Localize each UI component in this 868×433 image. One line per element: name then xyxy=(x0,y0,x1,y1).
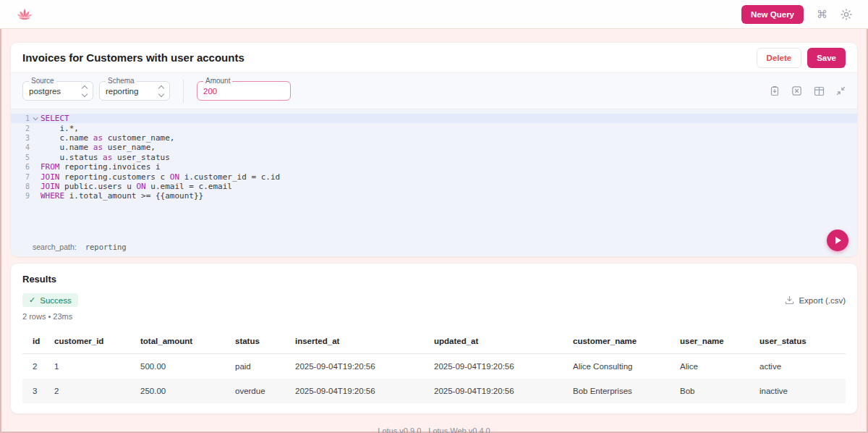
table-header-row: idcustomer_idtotal_amountstatusinserted_… xyxy=(22,331,846,354)
code-line[interactable]: 5 u.status as user_status xyxy=(11,153,857,162)
amount-input[interactable]: Amount 200 xyxy=(197,81,291,101)
column-header: user_name xyxy=(677,331,757,354)
code-lines: 1SELECT2 i.*,3 c.name as customer_name,4… xyxy=(11,109,857,201)
chevron-updown-icon xyxy=(159,85,163,98)
table-cell: overdue xyxy=(232,379,292,403)
column-header: updated_at xyxy=(431,331,570,354)
fold-caret-icon[interactable] xyxy=(30,117,41,120)
query-card: Invoices for Customers with user account… xyxy=(10,42,858,257)
column-header: user_status xyxy=(757,331,846,354)
column-header: id xyxy=(22,331,51,354)
table-cell: Bob xyxy=(677,379,757,403)
code-text: FROM reporting.invoices i xyxy=(41,162,161,172)
sql-editor[interactable]: 1SELECT2 i.*,3 c.name as customer_name,4… xyxy=(11,109,857,256)
line-number: 5 xyxy=(11,154,30,161)
line-number: 9 xyxy=(11,192,30,200)
table-cell: 500.00 xyxy=(137,354,232,379)
amount-label: Amount xyxy=(203,77,232,85)
line-number: 3 xyxy=(11,134,30,142)
code-line[interactable]: 9WHERE i.total_amount >= {{amount}} xyxy=(11,191,857,201)
code-text: WHERE i.total_amount >= {{amount}} xyxy=(41,191,203,201)
code-text: JOIN public.users u ON u.email = c.email xyxy=(41,182,232,191)
search-path-value: reporting xyxy=(85,243,127,251)
schema-select[interactable]: Schema reporting xyxy=(99,81,170,101)
code-line[interactable]: 1SELECT xyxy=(11,114,857,123)
table-cell: inactive xyxy=(757,379,846,403)
table-cell: 2025-09-04T19:20:56 xyxy=(431,354,570,379)
export-csv-button[interactable]: Export (.csv) xyxy=(785,295,846,305)
check-icon: ✓ xyxy=(29,295,35,305)
search-path-label: search_path: xyxy=(33,243,77,251)
source-label: Source xyxy=(29,77,56,85)
column-header: inserted_at xyxy=(292,331,431,354)
status-badge: ✓ Success xyxy=(22,293,78,307)
column-header: customer_name xyxy=(570,331,677,354)
run-query-button[interactable] xyxy=(827,230,848,251)
code-text: u.name as user_name, xyxy=(41,143,156,152)
column-header: total_amount xyxy=(137,331,232,354)
table-cell: 2025-09-04T19:20:56 xyxy=(292,354,431,379)
table-row[interactable]: 32250.00overdue2025-09-04T19:20:562025-0… xyxy=(22,379,846,403)
amount-value: 200 xyxy=(203,87,217,96)
keyboard-shortcuts-icon[interactable]: ⌘ xyxy=(817,9,827,20)
line-number: 6 xyxy=(11,163,30,171)
table-cell: Alice Consulting xyxy=(570,354,677,379)
query-toolbar: Source postgres Schema reporting Amount … xyxy=(11,73,857,109)
line-number: 7 xyxy=(11,173,30,181)
code-text: c.name as customer_name, xyxy=(41,133,174,143)
new-query-button[interactable]: New Query xyxy=(741,5,804,24)
code-text: SELECT xyxy=(41,114,69,123)
code-line[interactable]: 4 u.name as user_name, xyxy=(11,143,857,152)
table-cell: Alice xyxy=(677,354,757,379)
table-cell: 1 xyxy=(51,354,137,379)
source-value: postgres xyxy=(29,87,61,96)
results-table: idcustomer_idtotal_amountstatusinserted_… xyxy=(22,331,846,403)
table-row[interactable]: 21500.00paid2025-09-04T19:20:562025-09-0… xyxy=(22,354,846,379)
topbar: New Query ⌘ xyxy=(0,0,868,29)
search-path-row: search_path: reporting xyxy=(11,237,857,256)
results-meta: 2 rows • 23ms xyxy=(22,312,846,321)
query-title-row: Invoices for Customers with user account… xyxy=(11,43,857,73)
theme-toggle-sun-icon[interactable] xyxy=(841,9,852,20)
table-cell: 3 xyxy=(22,379,51,403)
table-cell: 2025-09-04T19:20:56 xyxy=(292,379,431,403)
table-cell: active xyxy=(757,354,846,379)
chevron-updown-icon xyxy=(82,85,87,98)
column-header: status xyxy=(232,331,292,354)
schema-value: reporting xyxy=(106,87,138,96)
results-heading: Results xyxy=(22,274,846,285)
line-number: 2 xyxy=(11,125,30,133)
code-line[interactable]: 6FROM reporting.invoices i xyxy=(11,162,857,172)
code-text: u.status as user_status xyxy=(41,153,170,162)
lotus-logo-icon[interactable] xyxy=(16,7,33,22)
code-text: i.*, xyxy=(41,124,79,133)
table-cell: 2 xyxy=(51,379,137,403)
web-version: Lotus.Web v0.4.0 xyxy=(428,426,490,433)
status-badge-label: Success xyxy=(40,296,71,305)
delete-button[interactable]: Delete xyxy=(757,48,802,68)
toolbar-divider xyxy=(183,80,184,103)
copy-icon[interactable] xyxy=(770,85,780,96)
save-button[interactable]: Save xyxy=(807,48,846,68)
table-icon[interactable] xyxy=(814,86,825,96)
source-select[interactable]: Source postgres xyxy=(22,81,93,101)
main-content: Invoices for Customers with user account… xyxy=(10,42,858,414)
variables-icon[interactable] xyxy=(791,85,802,96)
app-version: Lotus v0.9.0 xyxy=(378,426,421,433)
page-title: Invoices for Customers with user account… xyxy=(22,51,244,64)
code-line[interactable]: 3 c.name as customer_name, xyxy=(11,133,857,143)
table-cell: paid xyxy=(232,354,292,379)
schema-label: Schema xyxy=(106,77,137,85)
line-number: 4 xyxy=(11,143,30,151)
table-cell: 2025-09-04T19:20:56 xyxy=(431,379,570,403)
table-cell: 250.00 xyxy=(137,379,232,403)
download-icon xyxy=(785,295,794,305)
export-csv-label: Export (.csv) xyxy=(799,296,846,305)
code-line[interactable]: 2 i.*, xyxy=(11,123,857,133)
collapse-icon[interactable] xyxy=(836,86,846,96)
code-line[interactable]: 8JOIN public.users u ON u.email = c.emai… xyxy=(11,182,857,191)
table-cell: Bob Enterprises xyxy=(570,379,677,403)
column-header: customer_id xyxy=(51,331,137,354)
footer: Lotus v0.9.0 Lotus.Web v0.4.0 xyxy=(0,426,868,433)
code-line[interactable]: 7JOIN reporting.customers c ON i.custome… xyxy=(11,172,857,181)
